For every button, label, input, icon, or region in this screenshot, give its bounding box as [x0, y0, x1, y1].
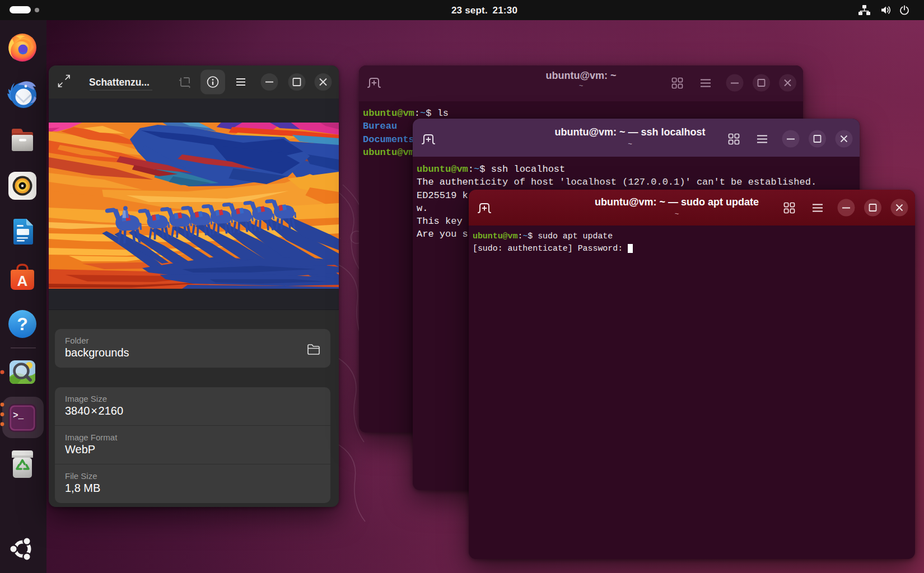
svg-text:?: ?	[17, 314, 28, 334]
svg-text:Schattenzu...: Schattenzu...	[89, 77, 150, 88]
svg-text:>_: >_	[13, 411, 24, 421]
svg-text:A: A	[17, 273, 28, 289]
